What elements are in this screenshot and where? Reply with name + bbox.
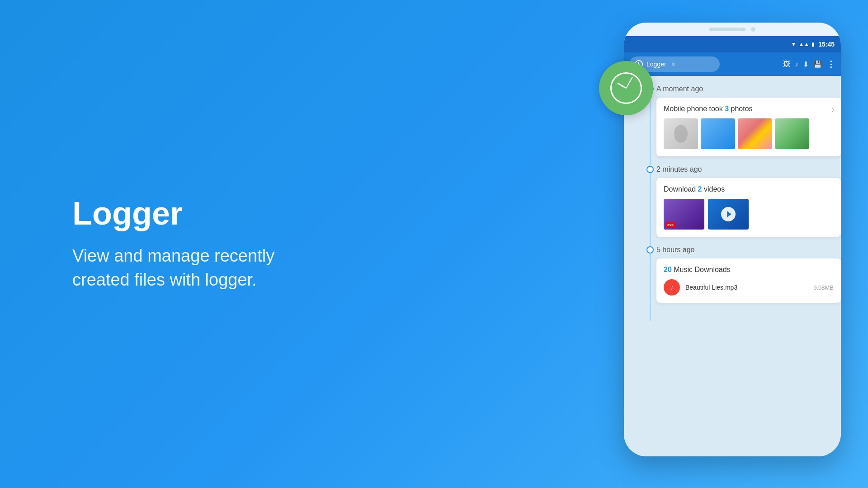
timeline-dot-2 [646,166,654,173]
phone-frame: ▼ ▲▲ ▮ 15:45 Logger × 🖼 ♪ ⬇ 💾 ⋮ [624,23,841,456]
card-arrow-icon: › [831,104,835,114]
music-title: Music Downloads [674,266,730,273]
videos-card[interactable]: Download 2 videos evo [656,178,841,237]
timeline-time-3: 5 hours ago [656,246,695,254]
wifi-icon: ▼ [791,41,797,47]
more-options-button[interactable]: ⋮ [827,59,835,69]
photos-grid [664,118,834,149]
videos-card-title: Download 2 videos [664,185,834,193]
timeline: A moment ago Mobile phone took 3 photos [624,76,841,321]
browser-bar: Logger × 🖼 ♪ ⬇ 💾 ⋮ [624,52,841,76]
music-count: 20 [664,266,672,273]
timeline-dot-row-2: 2 minutes ago [642,165,841,174]
photo-thumb-3 [738,118,772,149]
app-icon-clock [599,61,653,115]
phone-speaker [709,28,745,31]
videos-title-suffix: videos [702,185,725,193]
left-panel: Logger View and manage recently created … [72,196,280,292]
status-bar: ▼ ▲▲ ▮ 15:45 [624,36,841,52]
timeline-dot-row-3: 5 hours ago [642,246,841,254]
photo-thumb-4 [775,118,809,149]
image-icon[interactable]: 🖼 [783,60,790,68]
music-filename: Beautiful Lies.mp3 [685,284,808,291]
signal-icon: ▲▲ [798,41,809,47]
timeline-section-music: 5 hours ago 20 Music Downloads ♪ Beautif… [642,246,841,303]
phone-notch [624,23,841,36]
phone-mockup: ▼ ▲▲ ▮ 15:45 Logger × 🖼 ♪ ⬇ 💾 ⋮ [624,23,841,456]
timeline-section-photos: A moment ago Mobile phone took 3 photos [642,85,841,156]
music-size: 9.08MB [813,284,834,291]
phone-content: A moment ago Mobile phone took 3 photos [624,76,841,456]
status-time: 15:45 [818,41,835,48]
battery-icon: ▮ [811,41,815,47]
timeline-time-2: 2 minutes ago [656,165,702,174]
music-icon: ♪ [664,279,680,296]
clock-hand-hour [617,83,627,89]
music-action-icon[interactable]: ♪ [795,60,798,68]
video-thumbs: evo [664,199,834,230]
timeline-time-1: A moment ago [656,85,703,93]
tab-label: Logger [646,61,666,68]
play-triangle-icon [727,211,731,217]
photos-card[interactable]: Mobile phone took 3 photos › [656,98,841,156]
egg-shape [674,125,688,143]
save-icon[interactable]: 💾 [813,60,822,69]
videos-title-prefix: Download [664,185,698,193]
photos-title-suffix: photos [729,105,752,113]
clock-hand-minute [626,77,633,88]
photos-count: 3 [725,105,729,113]
videos-count: 2 [698,185,702,193]
music-item: ♪ Beautiful Lies.mp3 9.08MB [664,279,834,296]
music-card[interactable]: 20 Music Downloads ♪ Beautiful Lies.mp3 … [656,258,841,303]
status-icons: ▼ ▲▲ ▮ [791,41,815,47]
video-thumb-2 [708,199,749,230]
browser-actions: 🖼 ♪ ⬇ 💾 ⋮ [783,59,835,69]
photos-title-prefix: Mobile phone took [664,105,725,113]
music-note-icon: ♪ [670,283,674,291]
video-tag: evo [665,222,675,228]
timeline-dot-row-1: A moment ago [642,85,841,93]
clock-face [610,72,642,104]
phone-camera [751,27,755,32]
tab-close-button[interactable]: × [672,61,675,68]
timeline-section-videos: 2 minutes ago Download 2 videos evo [642,165,841,237]
app-title: Logger [72,196,280,231]
download-icon[interactable]: ⬇ [803,60,809,69]
photo-thumb-2 [701,118,735,149]
play-button[interactable] [721,207,736,221]
photos-card-title: Mobile phone took 3 photos [664,105,834,113]
timeline-dot-3 [646,246,654,253]
app-description: View and manage recently created files w… [72,244,280,292]
photo-thumb-1 [664,118,698,149]
video-thumb-1: evo [664,199,704,230]
music-card-title: 20 Music Downloads [664,266,834,274]
